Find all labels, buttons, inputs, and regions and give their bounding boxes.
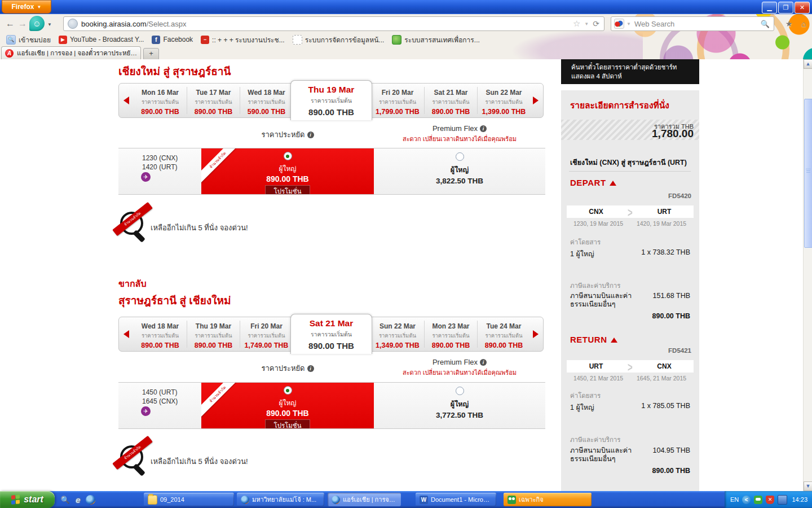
premium-radio[interactable] (456, 387, 464, 395)
date-tab[interactable]: Fri 20 Mar ราคารวมเริ่มต้น 1,799.00 THB (371, 87, 424, 114)
url-bar[interactable]: booking.airasia.com/Select.aspx ☆ ▼ ⟳ (63, 16, 604, 31)
date-tab[interactable]: Wed 18 Mar ราคารวมเริ่มต้น 890.00 THB (134, 321, 187, 348)
flight-details-icon[interactable]: ✈ (141, 172, 151, 182)
premium-column-header: Premium Flexi (374, 358, 545, 366)
departure-time: 1230 (CNX) (142, 154, 178, 163)
economy-fare-cell[interactable]: จำนวนจำกัด ผู้ใหญ่ 890.00 THB โปรโมชั่น (201, 383, 374, 428)
return-subtotal: 890.00 THB (652, 467, 690, 475)
date-price: 890.00 THB (425, 106, 477, 116)
reload-icon[interactable]: ⟳ (593, 19, 599, 28)
tab-strip: A แอร์เอเชีย | การจอง | จองตั๋วราคาประหย… (0, 46, 812, 59)
url-dropdown-icon[interactable]: ▼ (584, 21, 589, 27)
info-icon[interactable]: i (307, 132, 314, 138)
search-box[interactable]: ▼ Web Search 🔍 (611, 16, 774, 31)
date-day: Mon 16 Mar (134, 87, 187, 97)
smiley-extension-icon[interactable]: ☺ (29, 16, 45, 31)
date-tab[interactable]: Mon 16 Mar ราคารวมเริ่มต้น 890.00 THB (134, 87, 187, 114)
limited-seats-icon: จำนวนจำกัด (117, 441, 150, 478)
premium-fare-cell[interactable]: ผู้ใหญ่ 3,822.50 THB (374, 148, 545, 194)
date-tab-selected[interactable]: Thu 19 Mar ราคารวมเริ่มต้น 890.00 THB (290, 80, 372, 120)
new-tab-button[interactable]: + (143, 48, 159, 59)
tab-airasia[interactable]: A แอร์เอเชีย | การจอง | จองตั๋วราคาประหย… (1, 46, 141, 59)
dates-next-icon[interactable] (533, 330, 539, 338)
info-icon[interactable]: i (307, 365, 314, 372)
bookmark-most-visited[interactable]: 🔍 เข้าชมบ่อย (3, 33, 54, 46)
dates-prev-icon[interactable] (123, 330, 129, 338)
date-tab[interactable]: Wed 18 Mar ราคารวมเริ่มต้น 590.00 THB (240, 87, 293, 114)
start-button[interactable]: start (0, 491, 55, 508)
screen: Firefox ▼ ▁ ❐ ✕ ← → ☺ ▼ booking.airasia.… (0, 0, 812, 508)
info-icon[interactable]: i (480, 359, 487, 366)
close-button[interactable]: ✕ (795, 2, 810, 14)
bookmark-system2[interactable]: ระบบการจัดการข้อมูลหน้... (290, 33, 387, 46)
economy-radio[interactable] (284, 152, 292, 160)
task-alert[interactable]: เฉพาะกิจ (504, 493, 592, 506)
flight-details-icon[interactable]: ✈ (141, 406, 151, 416)
date-note: ราคารวมเริ่มต้น (134, 330, 187, 340)
date-tab[interactable]: Sun 22 Mar ราคารวมเริ่มต้น 1,349.00 THB (371, 321, 424, 348)
date-tab[interactable]: Sun 22 Mar ราคารวมเริ่มต้น 1,399.00 THB (477, 87, 530, 114)
minimize-button[interactable]: ▁ (762, 2, 777, 14)
bookmark-youtube[interactable]: ▶ YouTube - Broadcast Y... (56, 34, 147, 45)
vertical-scrollbar[interactable]: ▲ ▼ (803, 59, 812, 491)
pax-label: ผู้ใหญ่ (374, 398, 545, 410)
network-icon[interactable] (778, 495, 787, 505)
task-label: เฉพาะกิจ (519, 494, 544, 505)
date-tab[interactable]: Tue 24 Mar ราคารวมเริ่มต้น 890.00 THB (477, 321, 530, 348)
restore-button[interactable]: ❐ (778, 2, 793, 14)
task-folder[interactable]: 09_2014 (144, 493, 234, 506)
bookmark-facebook[interactable]: f Facebook (149, 34, 196, 45)
flight-times: 1230 (CNX) 1420 (URT) (142, 154, 178, 172)
bookmarks-menu-icon[interactable]: ★ (784, 19, 794, 29)
premium-radio[interactable] (456, 152, 464, 161)
task-firefox-1[interactable]: มหาวิทยาลัยแม่โจ้ : M... (237, 493, 324, 506)
return-section-label[interactable]: RETURN (570, 335, 617, 344)
internet-explorer-icon[interactable]: e (73, 495, 83, 505)
date-tab[interactable]: Mon 23 Mar ราคารวมเริ่มต้น 890.00 THB (424, 321, 477, 348)
date-tab[interactable]: Sat 21 Mar ราคารวมเริ่มต้น 890.00 THB (424, 87, 477, 114)
date-price: 890.00 THB (478, 340, 530, 349)
back-icon[interactable]: ← (5, 18, 16, 29)
firefox-quicklaunch-icon[interactable] (86, 495, 95, 505)
search-icon[interactable]: 🔍 (761, 20, 770, 28)
youtube-icon: ▶ (59, 36, 67, 44)
date-tab[interactable]: Fri 20 Mar ราคารวมเริ่มต้น 1,749.00 THB (240, 321, 293, 348)
hide-icons-icon[interactable]: < (742, 496, 751, 504)
info-icon[interactable]: i (480, 125, 487, 132)
task-firefox-2-active[interactable]: แอร์เอเชีย | การจอง | ... (328, 493, 401, 506)
promo-line2: แสดงผล 4 สัปดาห์ (571, 72, 699, 81)
date-note: ราคารวมเริ่มต้น (478, 97, 530, 106)
bookmark-system1[interactable]: − :: + + + ระบบงานประช... (198, 33, 288, 46)
scroll-up-icon[interactable]: ▲ (804, 59, 812, 69)
date-note: ราคารวมเริ่มต้น (291, 329, 372, 339)
depart-section-label[interactable]: DEPART (570, 178, 616, 187)
scroll-down-icon[interactable]: ▼ (804, 481, 812, 491)
search-engine-icon[interactable] (614, 19, 624, 29)
lowfare-chart-promo[interactable]: ค้นหาตั๋วโดยสารราคาต่ำสุดด้วยชาร์ท แสดงผ… (561, 59, 699, 84)
search-quicklaunch-icon[interactable]: 🔍 (60, 495, 70, 505)
home-icon[interactable]: ⌂ (798, 19, 809, 29)
chevron-down-icon[interactable]: ▼ (626, 21, 631, 27)
taxes-label: ภาษีและค่าบริการ (570, 435, 620, 445)
bookmark-system3[interactable]: ระบบสารสนเทศเพื่อการ... (389, 33, 482, 46)
date-tab-selected[interactable]: Sat 21 Mar ราคารวมเริ่มต้น 890.00 THB (290, 314, 372, 354)
scrollbar-thumb[interactable] (804, 99, 812, 248)
bookmark-star-icon[interactable]: ☆ (573, 19, 580, 29)
dates-prev-icon[interactable] (123, 97, 129, 104)
premium-fare-cell[interactable]: ผู้ใหญ่ 3,772.50 THB (374, 383, 545, 428)
date-tab[interactable]: Thu 19 Mar ราคารวมเริ่มต้น 890.00 THB (187, 321, 240, 348)
economy-radio[interactable] (284, 386, 292, 395)
task-word[interactable]: W Document1 - Microsof... (416, 493, 496, 506)
chat-bubble-icon[interactable] (754, 496, 762, 504)
return-times: 1450, 21 Mar 2015 1645, 21 Mar 2015 (567, 375, 694, 382)
security-shield-icon[interactable]: ✕ (766, 496, 774, 504)
date-tab[interactable]: Tue 17 Mar ราคารวมเริ่มต้น 890.00 THB (187, 87, 240, 114)
date-day: Fri 20 Mar (371, 87, 424, 97)
dates-next-icon[interactable] (533, 97, 539, 104)
tab-title: แอร์เอเชีย | การจอง | จองตั๋วราคาประหยัด… (17, 48, 137, 58)
language-indicator[interactable]: EN (730, 496, 739, 503)
chevron-down-icon[interactable]: ▼ (47, 22, 52, 27)
firefox-menu-button[interactable]: Firefox ▼ (2, 0, 51, 14)
forward-icon[interactable]: → (17, 18, 28, 29)
economy-fare-cell[interactable]: จำนวนจำกัด ผู้ใหญ่ 890.00 THB โปรโมชั่น (201, 148, 374, 194)
